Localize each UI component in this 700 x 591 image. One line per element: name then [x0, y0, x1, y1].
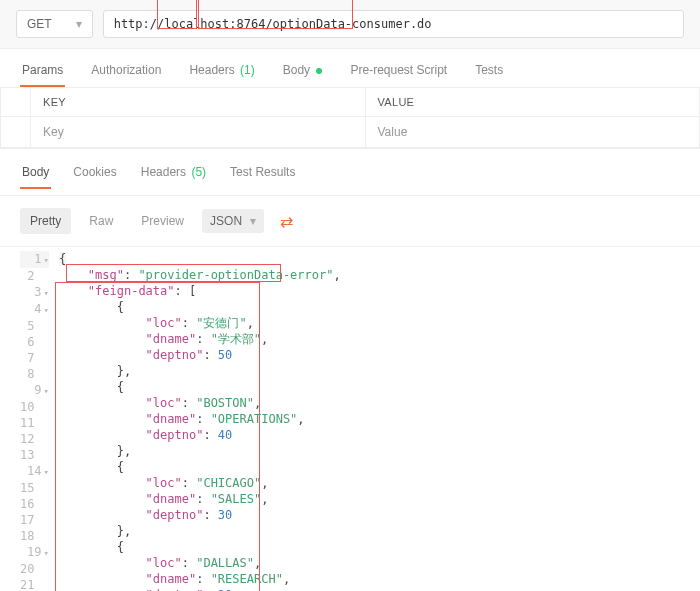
tab-authorization[interactable]: Authorization — [89, 59, 163, 87]
rtab-body[interactable]: Body — [20, 161, 51, 189]
view-preview-button[interactable]: Preview — [131, 208, 194, 234]
rtab-cookies[interactable]: Cookies — [71, 161, 118, 189]
line-gutter: 1▾ 2 3▾ 4▾ 5 6 7 8 9▾ 10 11 12 13 14▾ 15… — [20, 251, 59, 591]
value-header: VALUE — [366, 88, 700, 116]
request-bar: GET ▾ http://localhost:8764/optionData-c… — [0, 0, 700, 49]
view-pretty-button[interactable]: Pretty — [20, 208, 71, 234]
chevron-down-icon: ▾ — [250, 214, 256, 228]
format-select[interactable]: JSON ▾ — [202, 209, 264, 233]
params-table: KEY VALUE Key Value — [0, 88, 700, 149]
value-input[interactable]: Value — [366, 117, 700, 147]
key-input[interactable]: Key — [31, 117, 366, 147]
request-tabs: Params Authorization Headers (1) Body Pr… — [0, 49, 700, 88]
http-method-value: GET — [27, 17, 52, 31]
rtab-testresults[interactable]: Test Results — [228, 161, 297, 189]
resp-headers-count: (5) — [191, 165, 206, 179]
row-checkbox[interactable] — [1, 117, 31, 147]
tab-body[interactable]: Body — [281, 59, 325, 87]
view-raw-button[interactable]: Raw — [79, 208, 123, 234]
key-header: KEY — [31, 88, 366, 116]
headers-count: (1) — [240, 63, 255, 77]
url-text: http://localhost:8764/optionData-consume… — [114, 17, 432, 31]
table-header: KEY VALUE — [1, 88, 699, 117]
http-method-select[interactable]: GET ▾ — [16, 10, 93, 38]
chevron-down-icon: ▾ — [76, 17, 82, 31]
response-tabs: Body Cookies Headers (5) Test Results — [0, 149, 700, 196]
table-row: Key Value — [1, 117, 699, 148]
tab-params[interactable]: Params — [20, 59, 65, 87]
tab-headers[interactable]: Headers (1) — [187, 59, 256, 87]
url-input[interactable]: http://localhost:8764/optionData-consume… — [103, 10, 684, 38]
response-body[interactable]: 1▾ 2 3▾ 4▾ 5 6 7 8 9▾ 10 11 12 13 14▾ 15… — [0, 247, 700, 591]
rtab-headers[interactable]: Headers (5) — [139, 161, 208, 189]
tab-prerequest[interactable]: Pre-request Script — [348, 59, 449, 87]
checkbox-column — [1, 88, 31, 116]
wrap-lines-icon[interactable]: ⇄ — [280, 212, 293, 231]
view-controls: Pretty Raw Preview JSON ▾ ⇄ — [0, 196, 700, 247]
body-indicator-icon — [316, 68, 322, 74]
json-code[interactable]: { "msg": "provider-optionData-error", "f… — [59, 251, 341, 591]
tab-tests[interactable]: Tests — [473, 59, 505, 87]
